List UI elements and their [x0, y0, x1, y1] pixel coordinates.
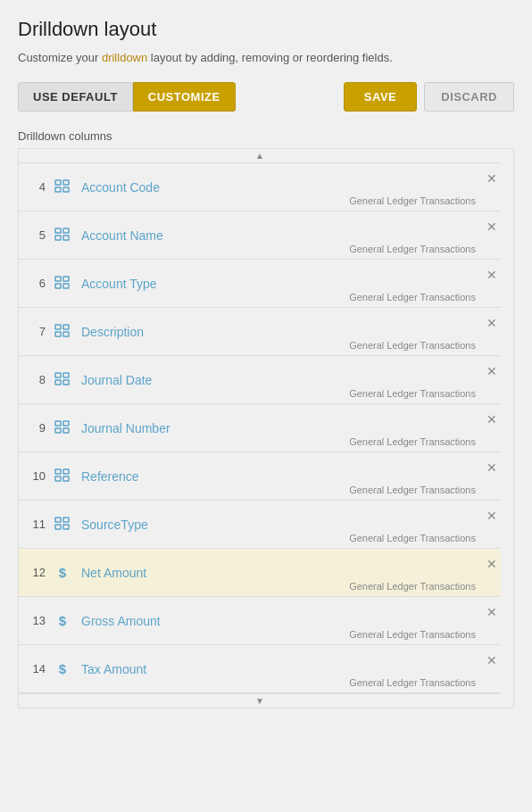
row-number: 5 [19, 228, 46, 242]
columns-container: ▲ 4 Account CodeGeneral Ledger Transacti… [18, 148, 514, 708]
page-title: Drilldown layout [18, 18, 514, 41]
save-button[interactable]: SAVE [344, 82, 417, 112]
row-number: 13 [19, 614, 46, 627]
row-name: Journal Date [81, 373, 483, 387]
row-name: Account Code [81, 180, 483, 195]
table-row: 5 Account NameGeneral Ledger Transaction… [19, 211, 501, 260]
svg-rect-16 [55, 373, 61, 377]
svg-rect-6 [55, 236, 61, 240]
table-row: 6 Account TypeGeneral Ledger Transaction… [19, 260, 501, 308]
row-number: 14 [19, 662, 46, 675]
svg-rect-8 [55, 277, 61, 281]
svg-rect-13 [63, 325, 69, 329]
page-container: Drilldown layout Customize your drilldow… [0, 0, 532, 726]
svg-rect-2 [55, 187, 61, 192]
grid-icon [53, 517, 72, 533]
remove-row-button[interactable]: ✕ [486, 654, 497, 667]
row-source: General Ledger Transactions [349, 340, 476, 351]
remove-row-button[interactable]: ✕ [486, 220, 497, 233]
svg-rect-17 [63, 373, 69, 377]
row-name: SourceType [81, 518, 483, 532]
row-number: 7 [19, 325, 46, 338]
row-source: General Ledger Transactions [349, 485, 476, 495]
svg-rect-5 [63, 228, 69, 233]
row-number: 11 [19, 518, 46, 531]
row-number: 10 [19, 469, 46, 483]
row-name: Journal Number [81, 421, 483, 435]
table-row: 13$Gross AmountGeneral Ledger Transactio… [19, 597, 501, 645]
svg-rect-30 [55, 525, 61, 529]
svg-rect-22 [55, 428, 61, 433]
remove-row-button[interactable]: ✕ [486, 172, 497, 185]
row-name: Net Amount [81, 566, 483, 580]
remove-row-button[interactable]: ✕ [486, 461, 497, 474]
customize-button[interactable]: CUSTOMIZE [133, 82, 236, 112]
svg-rect-26 [55, 476, 61, 481]
svg-rect-28 [55, 518, 61, 522]
section-label: Drilldown columns [18, 129, 514, 143]
row-number: 6 [19, 277, 46, 290]
svg-rect-3 [63, 187, 69, 192]
svg-rect-14 [55, 332, 61, 336]
table-row: 8 Journal DateGeneral Ledger Transaction… [19, 356, 501, 404]
row-source: General Ledger Transactions [349, 533, 476, 543]
svg-rect-29 [63, 518, 69, 522]
toolbar-right: SAVE DISCARD [344, 82, 514, 112]
scroll-arrow-up[interactable]: ▲ [19, 149, 501, 163]
svg-rect-24 [55, 469, 61, 474]
grid-icon [53, 324, 72, 340]
subtitle: Customize your drilldown layout by addin… [18, 50, 514, 66]
row-source: General Ledger Transactions [349, 677, 476, 688]
grid-icon [53, 372, 72, 388]
row-source: General Ledger Transactions [349, 292, 476, 302]
svg-rect-19 [63, 380, 69, 385]
remove-row-button[interactable]: ✕ [486, 365, 497, 377]
drilldown-link[interactable]: drilldown [102, 51, 147, 64]
grid-icon [53, 179, 72, 195]
svg-rect-1 [63, 180, 69, 185]
remove-row-button[interactable]: ✕ [486, 510, 497, 522]
row-number: 4 [19, 180, 46, 194]
svg-rect-15 [63, 332, 69, 336]
grid-icon [53, 228, 72, 244]
table-row: 12$Net AmountGeneral Ledger Transactions… [19, 549, 501, 597]
scroll-arrow-down[interactable]: ▼ [19, 693, 501, 708]
svg-rect-9 [63, 277, 69, 281]
table-row: 14$Tax AmountGeneral Ledger Transactions… [19, 645, 501, 693]
dollar-icon: $ [53, 613, 72, 628]
remove-row-button[interactable]: ✕ [486, 317, 497, 329]
row-source: General Ledger Transactions [349, 195, 476, 206]
row-name: Gross Amount [81, 614, 483, 628]
grid-icon [53, 468, 72, 485]
svg-rect-12 [55, 325, 61, 329]
row-number: 8 [19, 373, 46, 386]
row-source: General Ledger Transactions [349, 436, 476, 447]
remove-row-button[interactable]: ✕ [486, 606, 497, 618]
table-row: 11 SourceTypeGeneral Ledger Transactions… [19, 501, 501, 549]
table-row: 4 Account CodeGeneral Ledger Transaction… [19, 163, 501, 211]
svg-rect-21 [63, 421, 69, 426]
toolbar: USE DEFAULT CUSTOMIZE SAVE DISCARD [18, 82, 514, 112]
row-name: Tax Amount [81, 662, 483, 676]
dollar-icon: $ [53, 661, 72, 676]
discard-button[interactable]: DISCARD [424, 82, 514, 112]
svg-rect-31 [63, 525, 69, 529]
remove-row-button[interactable]: ✕ [486, 269, 497, 281]
remove-row-button[interactable]: ✕ [486, 413, 497, 426]
svg-rect-27 [63, 476, 69, 481]
grid-icon [53, 276, 72, 292]
svg-rect-10 [55, 284, 61, 288]
row-source: General Ledger Transactions [349, 581, 476, 592]
svg-rect-20 [55, 421, 61, 426]
row-name: Reference [81, 469, 483, 484]
rows-container: 4 Account CodeGeneral Ledger Transaction… [19, 163, 501, 693]
svg-rect-7 [63, 236, 69, 240]
row-number: 9 [19, 421, 46, 435]
remove-row-button[interactable]: ✕ [486, 558, 497, 570]
use-default-button[interactable]: USE DEFAULT [18, 82, 133, 112]
table-row: 10 ReferenceGeneral Ledger Transactions✕ [19, 452, 501, 501]
table-row: 7 DescriptionGeneral Ledger Transactions… [19, 308, 501, 356]
row-source: General Ledger Transactions [349, 629, 476, 640]
row-source: General Ledger Transactions [349, 244, 476, 254]
svg-rect-11 [63, 284, 69, 288]
